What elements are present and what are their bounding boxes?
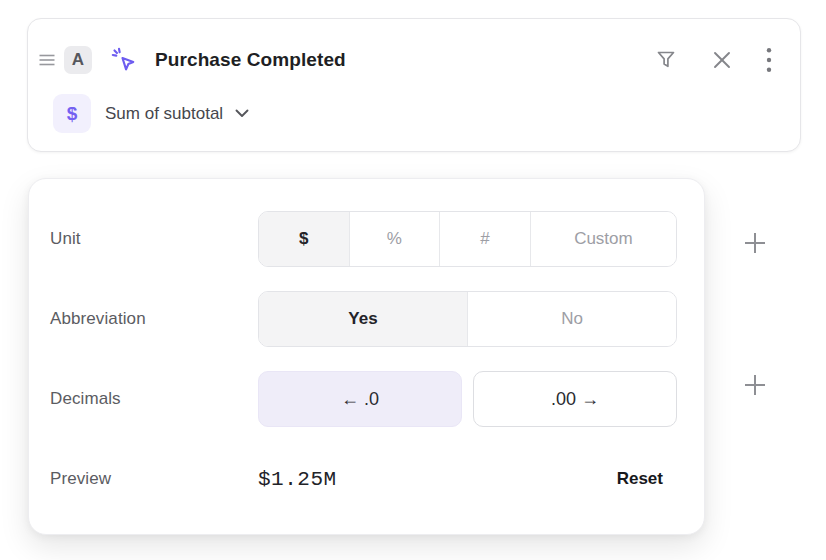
unit-segmented-control: $ % # Custom — [258, 211, 677, 267]
dollar-badge-icon: $ — [53, 94, 91, 133]
abbreviation-segmented-control: Yes No — [258, 291, 677, 347]
add-metric-plus-icon[interactable] — [741, 229, 769, 257]
close-icon[interactable] — [710, 48, 734, 72]
abbreviation-option-no[interactable]: No — [467, 292, 676, 346]
add-event-plus-icon[interactable] — [741, 371, 769, 399]
decimals-row: Decimals ← .0 .00 → — [50, 371, 677, 427]
number-format-panel: Unit $ % # Custom Abbreviation Yes No De… — [28, 178, 705, 535]
unit-row: Unit $ % # Custom — [50, 211, 677, 267]
preview-row: Preview $1.25M Reset — [50, 451, 677, 507]
unit-option-percent[interactable]: % — [349, 212, 440, 266]
drag-handle-icon[interactable] — [34, 53, 60, 67]
cursor-click-icon — [111, 47, 138, 74]
event-title[interactable]: Purchase Completed — [155, 49, 654, 71]
decimals-increase-button[interactable]: .00 → — [473, 371, 677, 427]
abbreviation-label: Abbreviation — [50, 309, 258, 329]
unit-label: Unit — [50, 229, 258, 249]
preview-label: Preview — [50, 469, 258, 489]
event-index-badge[interactable]: A — [64, 46, 92, 74]
unit-option-custom[interactable]: Custom — [530, 212, 676, 266]
unit-option-dollar[interactable]: $ — [259, 212, 349, 266]
event-card-header: A Purchase Completed — [28, 43, 800, 77]
metric-label: Sum of subtotal — [105, 104, 223, 124]
abbreviation-option-yes[interactable]: Yes — [259, 292, 467, 346]
event-card: A Purchase Completed — [27, 18, 801, 152]
abbreviation-row: Abbreviation Yes No — [50, 291, 677, 347]
kebab-menu-icon[interactable] — [766, 47, 772, 73]
unit-option-number[interactable]: # — [439, 212, 530, 266]
decimals-label: Decimals — [50, 389, 258, 409]
decimals-decrease-button[interactable]: ← .0 — [258, 371, 462, 427]
chevron-down-icon — [235, 109, 249, 118]
preview-value: $1.25M — [258, 468, 617, 491]
reset-button[interactable]: Reset — [617, 469, 663, 489]
filter-icon[interactable] — [654, 48, 678, 72]
metric-selector[interactable]: $ Sum of subtotal — [53, 94, 249, 133]
event-card-actions — [654, 47, 772, 73]
